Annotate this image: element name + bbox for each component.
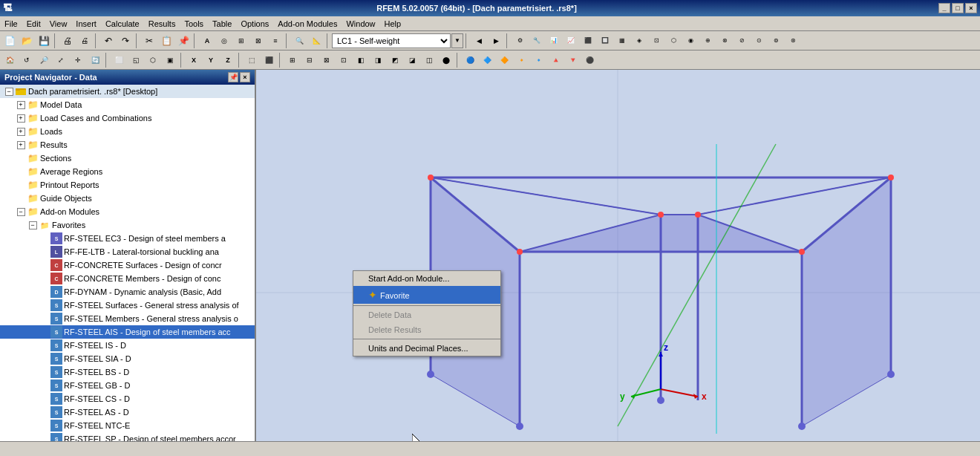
btn-f[interactable]: 🔍 [291, 33, 307, 49]
loads-expander[interactable] [15, 126, 27, 137]
redo-button[interactable]: ↷ [117, 33, 134, 49]
tree-item-load-cases[interactable]: 📁 Load Cases and Combinations [0, 111, 255, 125]
btn-p[interactable]: ▦ [614, 33, 630, 49]
tree-item-rf-steel-bs[interactable]: S RF-STEEL BS - D [0, 365, 255, 379]
tree-item-rf-steel-as[interactable]: S RF-STEEL AS - D [0, 405, 255, 419]
tb2-btn-ad[interactable]: 🔹 [530, 52, 546, 68]
btn-a[interactable]: A [199, 33, 215, 49]
tree-item-rf-steel-ais[interactable]: S RF-STEEL AIS - Design of steel members… [0, 325, 255, 339]
btn-q[interactable]: ◈ [631, 33, 647, 49]
tb2-btn-t[interactable]: ◧ [353, 52, 369, 68]
tree-item-favorites[interactable]: 📁 Favorites [0, 218, 255, 232]
menu-addon[interactable]: Add-on Modules [273, 18, 342, 30]
menu-options[interactable]: Options [236, 18, 273, 30]
btn-k[interactable]: 🔧 [529, 33, 545, 49]
tb2-btn-ab[interactable]: 🔶 [496, 52, 512, 68]
cut-button[interactable]: ✂ [141, 33, 157, 49]
btn-d[interactable]: ⊠ [250, 33, 267, 49]
btn-m[interactable]: 📈 [563, 33, 579, 49]
undo-button[interactable]: ↶ [100, 33, 117, 49]
tb2-btn-s[interactable]: ⊡ [336, 52, 352, 68]
tb2-btn-r[interactable]: ⊠ [318, 52, 335, 68]
btn-n[interactable]: ⬛ [580, 33, 596, 49]
tb2-btn-ag[interactable]: ⚫ [581, 52, 598, 68]
tb2-btn-f[interactable]: 🔄 [87, 52, 103, 68]
tb2-btn-h[interactable]: ◱ [128, 52, 144, 68]
tb2-btn-ae[interactable]: 🔺 [547, 52, 564, 68]
maximize-button[interactable]: □ [952, 3, 964, 13]
tree-item-guide-objects[interactable]: 📁 Guide Objects [0, 192, 255, 205]
tb2-btn-c[interactable]: 🔎 [36, 52, 52, 68]
menu-insert[interactable]: Insert [71, 18, 101, 30]
close-button[interactable]: × [965, 3, 977, 13]
btn-u[interactable]: ⊕ [699, 33, 716, 49]
tree-item-rf-steel-cs[interactable]: S RF-STEEL CS - D [0, 392, 255, 405]
btn-s[interactable]: ⬡ [665, 33, 682, 49]
tb2-btn-d[interactable]: ⤢ [53, 52, 69, 68]
btn-e[interactable]: ≡ [267, 33, 284, 49]
btn-v[interactable]: ⊗ [716, 33, 733, 49]
btn-c[interactable]: ⊞ [233, 33, 249, 49]
menu-view[interactable]: View [45, 18, 72, 30]
tree-item-rf-steel-ec3[interactable]: S RF-STEEL EC3 - Design of steel members… [0, 232, 255, 245]
panel-pin-button[interactable]: 📌 [228, 72, 238, 82]
tb2-btn-j[interactable]: ▣ [162, 52, 178, 68]
tb2-btn-u[interactable]: ◨ [370, 52, 386, 68]
favorites-expander[interactable] [27, 219, 39, 231]
tb2-btn-i[interactable]: ⬡ [145, 52, 161, 68]
btn-j[interactable]: ⚙ [512, 33, 528, 49]
minimize-button[interactable]: _ [938, 3, 950, 13]
menu-tools[interactable]: Tools [180, 18, 208, 30]
tree-item-rf-concrete-members[interactable]: C RF-CONCRETE Members - Design of conc [0, 272, 255, 285]
panel-close-button[interactable]: × [240, 72, 250, 82]
tb2-btn-k[interactable]: X [186, 52, 202, 68]
viewport[interactable]: x y z Start Add-on Module... ✦Favorite [256, 70, 980, 441]
tree-item-addon-modules[interactable]: 📁 Add-on Modules [0, 205, 255, 218]
save-button[interactable]: 💾 [36, 33, 52, 49]
tb2-btn-y[interactable]: ⬤ [438, 52, 454, 68]
copy-button[interactable]: 📋 [158, 33, 174, 49]
tree-item-average-regions[interactable]: 📁 Average Regions [0, 165, 255, 178]
addon-expander[interactable] [15, 206, 27, 218]
menu-window[interactable]: Window [342, 18, 379, 30]
tb2-btn-af[interactable]: 🔻 [564, 52, 581, 68]
menu-table[interactable]: Table [208, 18, 236, 30]
tree-item-sections[interactable]: 📁 Sections [0, 152, 255, 165]
root-expander[interactable] [3, 85, 15, 97]
tree-item-model-data[interactable]: 📁 Model Data [0, 98, 255, 111]
btn-b[interactable]: ◎ [216, 33, 232, 49]
ctx-start-addon[interactable]: Start Add-on Module... [353, 271, 500, 286]
tree-item-rf-steel-is[interactable]: S RF-STEEL IS - D [0, 339, 255, 352]
menu-calculate[interactable]: Calculate [101, 18, 144, 30]
new-button[interactable]: 📄 [1, 33, 18, 49]
tree-item-rf-concrete-surfaces[interactable]: C RF-CONCRETE Surfaces - Design of concr [0, 258, 255, 272]
menu-edit[interactable]: Edit [22, 18, 45, 30]
print-button[interactable]: 🖨 [59, 33, 76, 49]
tb2-btn-z[interactable]: 🔵 [462, 52, 478, 68]
tb2-btn-o[interactable]: ⬛ [261, 52, 277, 68]
menu-results[interactable]: Results [144, 18, 180, 30]
menu-file[interactable]: File [0, 18, 22, 30]
tree-item-loads[interactable]: 📁 Loads [0, 125, 255, 138]
lc-dropdown[interactable]: LC1 - Self-weight [332, 33, 451, 48]
btn-x[interactable]: ⊙ [751, 33, 767, 49]
lc-expander[interactable] [15, 112, 27, 124]
btn-i[interactable]: ▶ [488, 33, 504, 49]
paste-button[interactable]: 📌 [175, 33, 192, 49]
tb2-btn-n[interactable]: ⬚ [244, 52, 260, 68]
menu-help[interactable]: Help [380, 18, 406, 30]
btn-g[interactable]: 📐 [308, 33, 324, 49]
tree-item-root[interactable]: Dach parametrisiert. .rs8* [Desktop] [0, 85, 255, 98]
tree-item-rf-steel-members[interactable]: S RF-STEEL Members - General stress anal… [0, 312, 255, 325]
tb2-btn-a[interactable]: 🏠 [1, 52, 18, 68]
tb2-btn-w[interactable]: ◪ [404, 52, 420, 68]
tb2-btn-g[interactable]: ⬜ [111, 52, 127, 68]
tb2-btn-x[interactable]: ◫ [421, 52, 437, 68]
tb2-btn-m[interactable]: Z [220, 52, 236, 68]
model-expander[interactable] [15, 99, 27, 111]
tree-item-results[interactable]: 📁 Results [0, 138, 255, 152]
ctx-units-decimal[interactable]: Units and Decimal Places... [353, 341, 500, 356]
tree-item-rf-steel-surfaces[interactable]: S RF-STEEL Surfaces - General stress ana… [0, 299, 255, 312]
tree-item-printout-reports[interactable]: 📁 Printout Reports [0, 178, 255, 192]
tb2-btn-aa[interactable]: 🔷 [479, 52, 495, 68]
